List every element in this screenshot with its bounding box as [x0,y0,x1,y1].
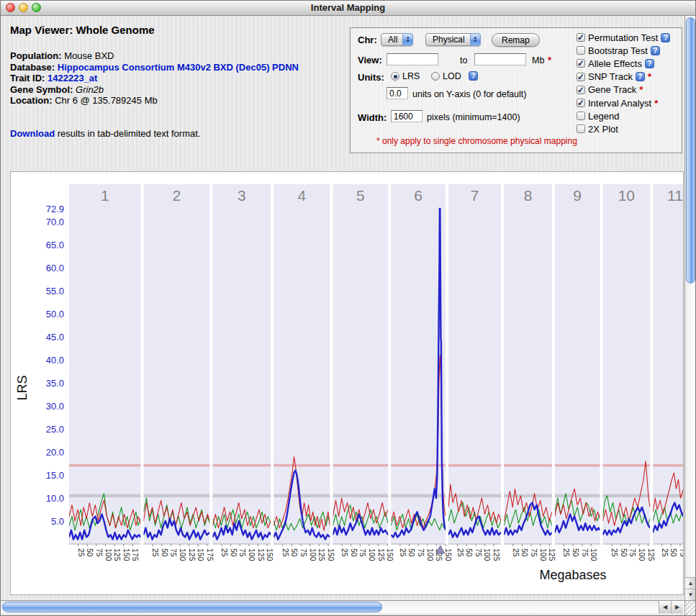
download-line: Download results in tab-delimited text f… [10,128,341,139]
x-axis-tick-label: 50 [520,548,529,557]
x-axis-tick-label: 175 [206,548,214,561]
suggestive-threshold-line [274,494,330,497]
x-axis-tick-label: 25 [562,548,571,557]
radio-lod[interactable]: LOD [431,71,461,81]
y-axis-tick-label: 35.0 [46,378,64,389]
checkbox-unchecked-icon[interactable] [577,112,585,120]
x-axis-tick-label: 125 [113,548,122,561]
significant-threshold-line [602,464,650,467]
chromosome-lane-9[interactable] [555,184,600,544]
population-value: Mouse BXD [64,50,114,61]
checkbox-unchecked-icon[interactable] [577,46,585,55]
chromosome-lane-7[interactable] [448,184,501,544]
x-axis-tick-label: 25 [512,548,520,557]
x-axis-tick-label: 50 [465,548,474,557]
chromosome-lane-1[interactable] [69,184,140,544]
chromosome-lane-3[interactable] [212,184,271,544]
radio-lrs-icon[interactable] [391,72,399,81]
chromosome-number: 6 [414,187,422,204]
location-line: Location: Chr 6 @ 135.789245 Mb [10,95,341,107]
x-axis-tick-label: 100 [248,548,256,561]
radio-lrs[interactable]: LRS [391,71,420,81]
view-label: View: [358,55,382,65]
horizontal-scrollbar-thumb[interactable] [2,602,382,612]
width-input[interactable] [391,110,422,122]
chromosome-lane-11[interactable] [653,184,683,544]
checkbox-checked-icon[interactable]: ✓ [577,86,585,94]
database-link[interactable]: Hippocampus Consortium M430v2 BXD (Dec05… [58,62,299,73]
chromosome-number: 7 [471,187,479,204]
checkbox-row-bootstrap-test[interactable]: Bootstrap Test? [577,44,670,57]
x-axis-tick-label: 100 [104,548,113,561]
remap-button[interactable]: Remap [492,33,540,47]
window-resize-grip[interactable] [684,600,696,616]
scroll-left-icon[interactable]: ◀ [659,601,671,613]
horizontal-scrollbar[interactable]: ◀ ▶ [0,600,684,613]
vertical-scrollbar-thumb[interactable] [686,17,695,284]
chromosome-select[interactable]: All [381,33,413,46]
yaxis-units-input[interactable] [387,87,408,99]
significant-threshold-line [69,464,140,467]
suggestive-threshold-line [69,494,140,497]
units-label: Units: [358,72,384,83]
checkbox-row-permutation-test[interactable]: ✓Permutation Test? [577,31,670,44]
help-icon[interactable]: ? [651,46,660,55]
mapping-type-select[interactable]: Physical [425,33,481,46]
x-axis-tick-label: 25 [281,548,290,557]
trait-id-label: Trait ID: [10,73,45,83]
chromosome-lane-4[interactable] [274,184,330,544]
x-axis-tick-label: 50 [620,548,628,557]
x-axis-tick-label: 100 [589,548,598,561]
download-link[interactable]: Download [10,128,55,139]
help-icon[interactable]: ? [636,72,645,81]
checkbox-row-2x-plot[interactable]: 2X Plot [577,122,670,135]
x-axis-tick-label: 75 [238,548,247,557]
database-line: Database: Hippocampus Consortium M430v2 … [10,62,341,73]
radio-lod-icon[interactable] [431,72,440,81]
scroll-down-icon[interactable]: ▼ [685,589,696,600]
units-help-icon[interactable]: ? [469,71,478,81]
chromosome-lane-5[interactable] [333,184,388,544]
chromosome-lane-8[interactable] [504,184,552,544]
vertical-scrollbar[interactable]: ▲ ▼ [684,16,696,600]
significant-threshold-line [555,464,600,467]
checkbox-row-gene-track[interactable]: ✓Gene Track* [577,83,670,96]
x-axis-tick-label: 75 [581,548,589,557]
x-axis-tick-label: 25 [151,548,160,557]
y-axis-tick-label: 70.0 [46,217,64,227]
y-axis-tick-label: 30.0 [46,401,64,412]
scroll-right-icon[interactable]: ▶ [671,601,683,613]
significant-threshold-line [448,464,501,467]
view-to-input[interactable] [474,53,526,65]
x-axis-tick-label: 25 [340,548,349,557]
x-axis-tick-label: 25 [220,548,229,557]
significant-threshold-line [212,464,271,467]
help-icon[interactable]: ? [645,59,654,68]
chromosome-number: 1 [101,187,109,204]
scroll-up-icon[interactable]: ▲ [685,577,696,589]
checkbox-checked-icon[interactable]: ✓ [577,59,585,68]
x-axis-tick-label: 125 [317,548,326,561]
checkbox-row-legend[interactable]: Legend [577,109,670,122]
location-value: Chr 6 @ 135.789245 Mb [55,95,158,106]
x-axis-tick-label: 100 [178,548,187,561]
trait-id-link[interactable]: 1422223_at [48,73,97,83]
checkbox-checked-icon[interactable]: ✓ [577,73,585,81]
chromosome-lane-10[interactable] [602,184,650,544]
genome-map-chart: 72.970.065.060.055.050.045.040.035.030.0… [11,172,683,594]
help-icon[interactable]: ? [661,33,670,42]
checkbox-row-interval-analyst[interactable]: ✓Interval Analyst* [577,96,670,109]
checkbox-row-snp-track[interactable]: ✓SNP Track?* [577,71,670,83]
y-axis-tick-label: 15.0 [46,470,64,481]
checkbox-checked-icon[interactable]: ✓ [577,99,585,107]
checkbox-label: Bootstrap Test [588,45,648,56]
checkbox-checked-icon[interactable]: ✓ [577,33,585,42]
titlebar[interactable]: Interval Mapping [0,0,696,16]
checkbox-row-allele-effects[interactable]: ✓Allele Effects? [577,57,670,70]
significant-threshold-line [333,464,388,467]
chromosome-lane-2[interactable] [143,184,209,544]
view-from-input[interactable] [387,53,438,65]
y-axis-tick-label: 50.0 [46,309,64,320]
suggestive-threshold-line [143,494,209,497]
checkbox-unchecked-icon[interactable] [577,124,585,133]
